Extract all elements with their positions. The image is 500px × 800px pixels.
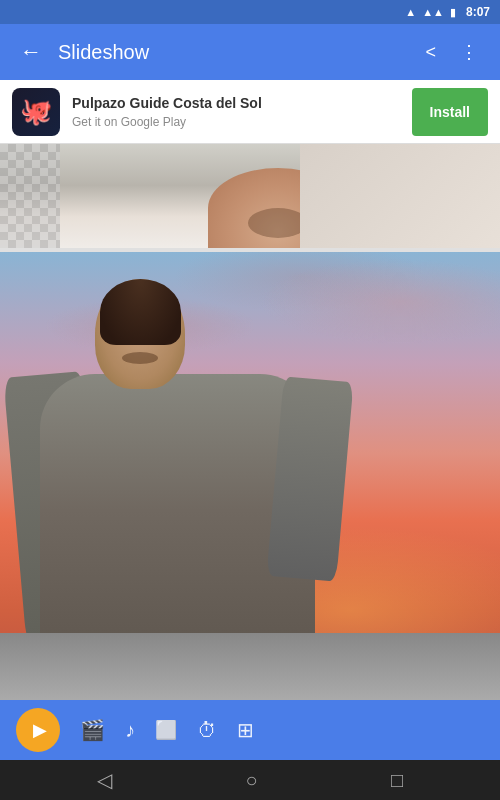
install-button[interactable]: Install [412,88,488,136]
app-bar: ← Slideshow < ⋮ [0,24,500,80]
play-icon: ▶ [33,719,47,741]
play-button[interactable]: ▶ [16,708,60,752]
home-nav-icon[interactable]: ○ [245,769,257,792]
wifi-icon: ▲ [405,6,416,18]
controls-bar: ▶ 🎬 ♪ ⬜ ⏱ ⊞ [0,700,500,760]
app-title: Slideshow [58,41,407,64]
back-nav-icon[interactable]: ◁ [97,768,112,792]
nav-bar: ◁ ○ □ [0,760,500,800]
slideshow-area [0,144,500,700]
ad-app-subtitle: Get it on Google Play [72,115,400,129]
ad-octopus-icon: 🐙 [20,96,52,127]
ad-app-icon: 🐙 [12,88,60,136]
timer-icon[interactable]: ⏱ [197,719,217,742]
ground-strip [0,633,500,700]
person-head [95,279,185,389]
ad-app-title: Pulpazo Guide Costa del Sol [72,94,400,112]
battery-icon: ▮ [450,6,456,19]
person-silhouette [40,279,315,646]
ad-banner: 🐙 Pulpazo Guide Costa del Sol Get it on … [0,80,500,144]
slideshow-image-main [0,252,500,700]
status-bar: ▲ ▲▲ ▮ 8:07 [0,0,500,24]
back-button[interactable]: ← [16,35,46,69]
signal-icon: ▲▲ [422,6,444,18]
video-clips-icon[interactable]: 🎬 [80,718,105,742]
ad-text-block: Pulpazo Guide Costa del Sol Get it on Go… [72,94,400,128]
person-hair [100,279,181,345]
music-icon[interactable]: ♪ [125,719,135,742]
stubble [248,208,308,238]
slideshow-image-top [0,144,500,248]
aspect-ratio-icon[interactable]: ⬜ [155,719,177,741]
status-time: 8:07 [466,5,490,19]
transitions-icon[interactable]: ⊞ [237,718,254,742]
recents-nav-icon[interactable]: □ [391,769,403,792]
share-button[interactable]: < [419,36,442,69]
tile-pattern [0,144,60,248]
more-button[interactable]: ⋮ [454,35,484,69]
